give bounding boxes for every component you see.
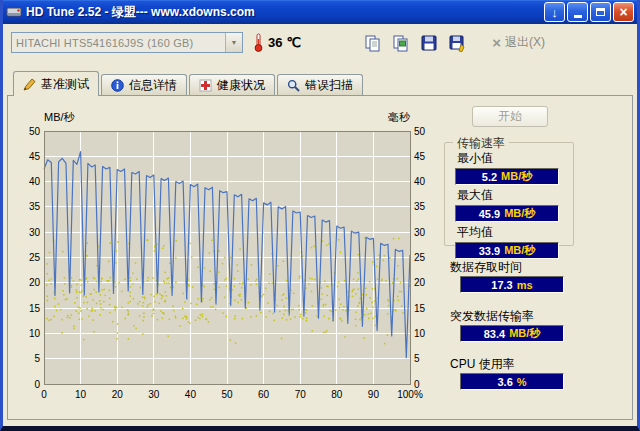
tab-info-label: 信息详情 (129, 77, 177, 94)
svg-text:10: 10 (414, 328, 426, 339)
cpu-usage-badge: 3.6 % (460, 373, 564, 390)
floppy-save-image-icon (448, 34, 466, 52)
burst-rate-label: 突发数据传输率 (450, 308, 534, 325)
exit-x-icon: × (492, 35, 501, 50)
maximize-button[interactable] (590, 2, 611, 22)
toolbar: HITACHI HTS541616J9S (160 GB) ▼ 36 ℃ (3, 24, 637, 61)
start-button[interactable]: 开始 (472, 106, 548, 127)
info-icon (111, 79, 124, 92)
tab-info[interactable]: 信息详情 (101, 74, 187, 95)
svg-text:5: 5 (34, 353, 40, 364)
svg-text:15: 15 (414, 303, 426, 314)
svg-text:35: 35 (414, 201, 426, 212)
chevron-down-icon[interactable]: ▼ (225, 33, 242, 52)
svg-text:30: 30 (29, 227, 41, 238)
benchmark-chart: 5050454540403535303025252020151510105500… (10, 117, 444, 409)
tab-bar: 基准测试 信息详情 健康状况 错误扫描 (13, 71, 365, 95)
tab-benchmark[interactable]: 基准测试 (13, 71, 99, 96)
burst-rate-badge: 83.4 MB/秒 (460, 325, 564, 342)
svg-text:15: 15 (29, 303, 41, 314)
svg-text:50: 50 (414, 126, 426, 137)
health-icon (199, 79, 212, 92)
svg-text:20: 20 (29, 277, 41, 288)
svg-text:20: 20 (112, 389, 124, 400)
svg-text:0: 0 (414, 379, 420, 390)
svg-text:90: 90 (368, 389, 380, 400)
svg-text:40: 40 (185, 389, 197, 400)
svg-text:50: 50 (29, 126, 41, 137)
copy-image-icon (392, 34, 410, 52)
exit-button[interactable]: × 退出(X) (492, 34, 545, 51)
copy-pages-icon (364, 34, 382, 52)
svg-text:45: 45 (414, 151, 426, 162)
tab-health-label: 健康状况 (217, 77, 265, 94)
benchmark-icon (23, 78, 36, 91)
svg-text:60: 60 (258, 389, 270, 400)
svg-text:100%: 100% (397, 389, 423, 400)
download-arrow-icon[interactable]: ↓ (544, 2, 565, 22)
tab-error-scan[interactable]: 错误扫描 (277, 74, 363, 95)
hd-tune-window: HD Tune 2.52 - 绿盟--- www.xdowns.com ↓ × … (0, 0, 640, 431)
minimize-icon (574, 15, 582, 18)
access-time-badge: 17.3 ms (460, 276, 564, 293)
copy-text-button[interactable] (362, 32, 384, 54)
save-screenshot-button[interactable] (418, 32, 440, 54)
svg-text:30: 30 (148, 389, 160, 400)
svg-text:40: 40 (414, 176, 426, 187)
tab-error-scan-label: 错误扫描 (305, 77, 353, 94)
avg-value-label: 平均值 (457, 224, 573, 241)
save-as-button[interactable] (446, 32, 468, 54)
maximize-icon (596, 8, 605, 16)
tab-benchmark-label: 基准测试 (41, 76, 89, 93)
copy-screenshot-button[interactable] (390, 32, 412, 54)
temperature-value: 36 (268, 35, 282, 50)
svg-text:0: 0 (34, 379, 40, 390)
max-value-label: 最大值 (457, 187, 573, 204)
cpu-usage-label: CPU 使用率 (450, 356, 515, 373)
min-value-badge: 5.2 MB/秒 (455, 168, 559, 185)
svg-text:35: 35 (29, 201, 41, 212)
floppy-save-icon (420, 34, 438, 52)
avg-value-badge: 33.9 MB/秒 (455, 242, 559, 259)
temperature-readout: 36 ℃ (253, 33, 301, 52)
exit-label: 退出(X) (505, 34, 545, 51)
toolbar-actions (362, 32, 468, 54)
benchmark-panel: MB/秒 毫秒 50504545404035353030252520201515… (7, 95, 633, 420)
svg-text:10: 10 (75, 389, 87, 400)
svg-text:10: 10 (29, 328, 41, 339)
svg-text:20: 20 (414, 277, 426, 288)
svg-text:40: 40 (29, 176, 41, 187)
temperature-unit: ℃ (286, 35, 301, 50)
svg-text:30: 30 (414, 227, 426, 238)
svg-text:5: 5 (414, 353, 420, 364)
max-value-badge: 45.9 MB/秒 (455, 205, 559, 222)
transfer-rate-group: 传输速率 最小值 5.2 MB/秒 最大值 45.9 MB/秒 平均值 33.9… (444, 142, 574, 246)
error-scan-icon (287, 79, 300, 92)
transfer-rate-group-title: 传输速率 (453, 135, 509, 152)
svg-text:25: 25 (29, 252, 41, 263)
hard-disk-icon (6, 4, 22, 20)
minimize-button[interactable] (567, 2, 588, 22)
titlebar[interactable]: HD Tune 2.52 - 绿盟--- www.xdowns.com ↓ × (3, 0, 637, 24)
access-time-label: 数据存取时间 (450, 259, 522, 276)
svg-text:45: 45 (29, 151, 41, 162)
svg-text:70: 70 (295, 389, 307, 400)
svg-text:25: 25 (414, 252, 426, 263)
svg-text:0: 0 (41, 389, 47, 400)
thermometer-icon (253, 33, 264, 52)
close-button[interactable]: × (613, 2, 634, 22)
svg-text:50: 50 (221, 389, 233, 400)
min-value-label: 最小值 (457, 150, 573, 167)
window-title: HD Tune 2.52 - 绿盟--- www.xdowns.com (26, 4, 542, 21)
tab-health[interactable]: 健康状况 (189, 74, 275, 95)
drive-select-value: HITACHI HTS541616J9S (160 GB) (12, 37, 225, 49)
drive-select[interactable]: HITACHI HTS541616J9S (160 GB) ▼ (11, 32, 243, 53)
svg-text:80: 80 (331, 389, 343, 400)
